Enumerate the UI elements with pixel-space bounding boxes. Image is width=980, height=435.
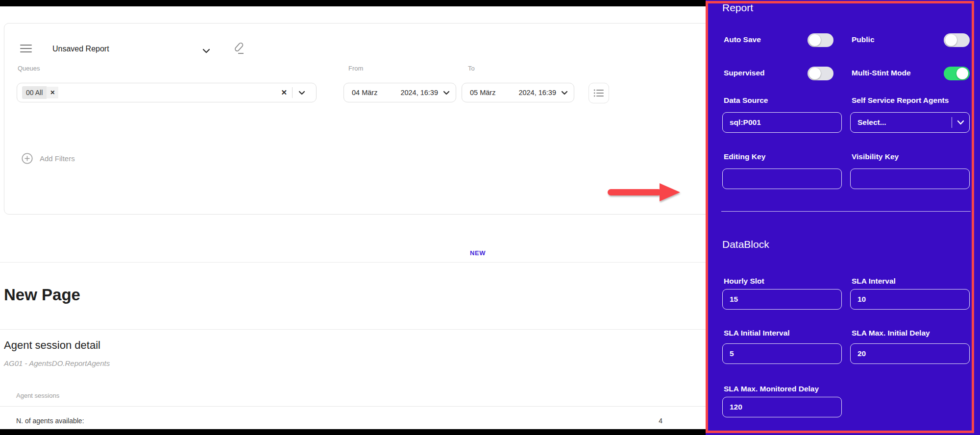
editing-key-label: Editing Key (724, 152, 765, 161)
editing-key-input[interactable] (722, 169, 842, 189)
sla-max-monitored-delay-input[interactable] (722, 397, 842, 417)
top-black-bar (0, 0, 706, 6)
from-date: 04 März (352, 89, 377, 97)
tabbar-divider (0, 262, 706, 263)
hourly-slot-input[interactable] (722, 289, 842, 310)
public-toggle[interactable] (944, 33, 970, 47)
screen: Unsaved Report Queues 00 All ✕ ✕ From (0, 0, 980, 435)
toggle-knob (809, 68, 821, 79)
panel-divider (721, 211, 971, 212)
chip-remove-icon[interactable]: ✕ (47, 87, 58, 98)
sla-max-monitored-delay-label: SLA Max. Monitored Delay (724, 385, 819, 393)
section-title: Agent session detail (4, 339, 100, 352)
to-time: 2024, 16:39 (518, 89, 556, 97)
sla-initial-interval-label: SLA Initial Interval (724, 329, 790, 338)
from-datepicker[interactable]: 04 März 2024, 16:39 (343, 83, 456, 102)
menu-hamburger-icon[interactable] (20, 45, 32, 52)
panel-section-title-report: Report (722, 2, 753, 14)
self-service-report-agents-label: Self Service Report Agents (852, 96, 949, 105)
public-label: Public (852, 35, 875, 44)
auto-save-toggle[interactable] (808, 33, 833, 47)
sla-max-initial-delay-label: SLA Max. Initial Delay (852, 329, 930, 338)
annotation-highlight-frame (706, 1, 974, 433)
queue-chip: 00 All ✕ (22, 86, 58, 99)
to-label: To (468, 65, 475, 72)
hourly-slot-label: Hourly Slot (724, 277, 764, 286)
time-interval-list-button[interactable] (588, 83, 609, 103)
visibility-key-label: Visibility Key (852, 152, 899, 161)
queues-multiselect[interactable]: 00 All ✕ ✕ (17, 83, 317, 102)
from-label: From (348, 65, 363, 72)
section-subtitle: AG01 - AgentsDO.ReportAgents (4, 359, 110, 367)
sla-max-initial-delay-input[interactable] (850, 343, 970, 364)
table-row-label: N. of agents available: (16, 417, 84, 425)
toggle-knob (809, 34, 821, 46)
to-datepicker[interactable]: 05 März 2024, 16:39 (462, 83, 574, 102)
chevron-down-icon[interactable] (561, 91, 568, 95)
queues-label: Queues (18, 65, 40, 72)
report-name: Unsaved Report (52, 45, 109, 53)
chevron-down-icon[interactable] (293, 91, 311, 95)
add-filters-label: Add Filters (40, 154, 75, 163)
bottom-black-bar (0, 429, 706, 435)
tab-new[interactable]: NEW (441, 249, 514, 257)
table-row-value: 4 (632, 417, 662, 425)
multi-stint-mode-toggle[interactable] (944, 67, 970, 80)
table-divider (0, 406, 706, 407)
panel-section-title-datablock: DataBlock (722, 239, 769, 250)
auto-save-label: Auto Save (724, 35, 761, 44)
supervised-label: Supervised (724, 69, 765, 77)
sla-interval-label: SLA Interval (852, 277, 896, 286)
chevron-down-icon[interactable] (957, 120, 964, 125)
to-date: 05 März (470, 89, 495, 97)
data-source-input[interactable] (722, 112, 842, 133)
select-placeholder: Select... (858, 118, 886, 127)
report-settings-panel: Report Auto Save Public Supervised Multi… (706, 0, 980, 435)
filter-card: Unsaved Report Queues 00 All ✕ ✕ From (4, 23, 711, 215)
chevron-down-icon[interactable] (443, 91, 450, 95)
list-icon (593, 89, 604, 97)
toggle-knob (956, 68, 968, 79)
report-selector[interactable]: Unsaved Report (52, 43, 109, 55)
self-service-report-agents-select[interactable]: Select... (850, 112, 970, 133)
select-divider (952, 117, 952, 128)
visibility-key-input[interactable] (850, 169, 970, 189)
multi-stint-mode-label: Multi-Stint Mode (852, 69, 911, 77)
data-source-label: Data Source (724, 96, 768, 105)
page-title: New Page (4, 286, 80, 304)
toggle-knob (945, 34, 957, 46)
page-divider (0, 329, 706, 330)
sla-interval-input[interactable] (850, 289, 970, 310)
supervised-toggle[interactable] (808, 67, 833, 80)
table-group-label: Agent sessions (16, 392, 59, 399)
add-filters-button[interactable]: Add Filters (22, 153, 75, 164)
queue-chip-label: 00 All (22, 86, 47, 99)
plus-circle-icon (22, 153, 33, 164)
sla-initial-interval-input[interactable] (722, 343, 842, 364)
chevron-down-icon[interactable] (202, 47, 210, 55)
edit-pencil-icon[interactable] (230, 40, 247, 57)
clear-icon[interactable]: ✕ (276, 88, 292, 97)
from-time: 2024, 16:39 (400, 89, 438, 97)
